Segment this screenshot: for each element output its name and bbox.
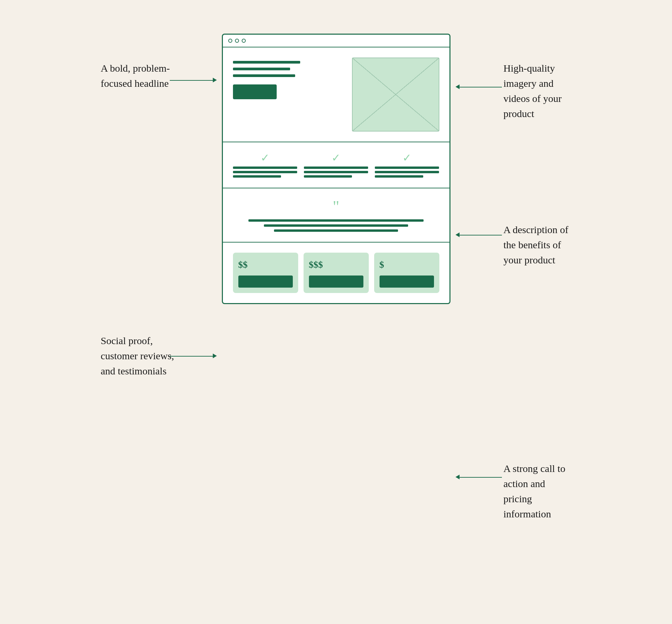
benefit-line-1a [233,166,297,169]
browser-dot-1 [228,39,232,43]
benefits-section: ✓ ✓ [223,142,450,188]
price-symbol-1: $$ [238,259,248,270]
hero-cta-button[interactable] [233,84,277,99]
benefit-line-2a [304,166,368,169]
benefits-ann-line [458,235,502,235]
quote-lines [233,219,439,232]
browser-dot-3 [242,39,246,43]
benefit-col-3: ✓ [375,152,439,178]
social-label: Social proof, customer reviews, and test… [101,333,174,379]
pricing-label: A strong call to action and pricing info… [504,461,571,521]
benefit-lines-1 [233,166,297,178]
pricing-card-1: $$ [233,253,298,293]
hero-line-1 [233,61,300,63]
hero-image-placeholder [352,57,439,132]
benefit-col-2: ✓ [304,152,368,178]
quote-line-1 [248,219,424,222]
pricing-cta-2[interactable] [309,276,364,288]
benefit-line-3b [375,171,439,173]
imagery-ann-line [458,87,502,87]
pricing-section: $$ $$$ $ [223,242,450,303]
check-icon-3: ✓ [402,152,411,163]
social-ann-line [170,356,213,357]
browser-window: ✓ ✓ [222,34,451,304]
benefit-line-3a [375,166,439,169]
social-arrow [213,354,217,358]
headline-label: A bold, problem- focused headline [101,60,170,91]
price-symbol-3: $ [379,259,384,270]
browser-bar [223,35,450,47]
quote-line-2 [264,224,408,227]
imagery-label: High-quality imagery and videos of your … [504,60,562,121]
diagram-container: ✓ ✓ [101,20,571,619]
pricing-card-3: $ [374,253,439,293]
browser-mockup: ✓ ✓ [215,34,457,304]
pricing-card-2: $$$ [303,253,369,293]
hero-section [223,47,450,142]
benefit-line-2b [304,171,368,173]
benefit-lines-3 [375,166,439,178]
benefit-line-3c [375,175,423,178]
headline-ann-line [170,80,213,81]
pricing-arrow [456,475,460,479]
benefit-line-2c [304,175,352,178]
hero-text-area [233,57,345,99]
quote-line-3 [274,229,398,232]
benefits-label: A description of the benefits of your pr… [504,222,568,267]
browser-dot-2 [235,39,239,43]
pricing-ann-line [458,477,502,478]
check-icon-1: ✓ [261,152,270,163]
benefit-line-1c [233,175,281,178]
benefits-grid: ✓ ✓ [233,152,439,178]
benefit-lines-2 [304,166,368,178]
pricing-cta-3[interactable] [379,276,434,288]
hero-line-2 [233,68,290,70]
image-x-lines [353,58,439,131]
pricing-grid: $$ $$$ $ [233,253,439,293]
imagery-arrow [456,84,460,89]
quote-mark-icon: " [333,199,340,215]
benefit-line-1b [233,171,297,173]
price-symbol-2: $$$ [309,259,323,270]
headline-arrow [213,78,217,82]
benefits-arrow [456,232,460,237]
check-icon-2: ✓ [331,152,341,163]
hero-line-3 [233,74,295,77]
pricing-cta-1[interactable] [238,276,293,288]
benefit-col-1: ✓ [233,152,297,178]
social-proof-section: " [223,188,450,242]
